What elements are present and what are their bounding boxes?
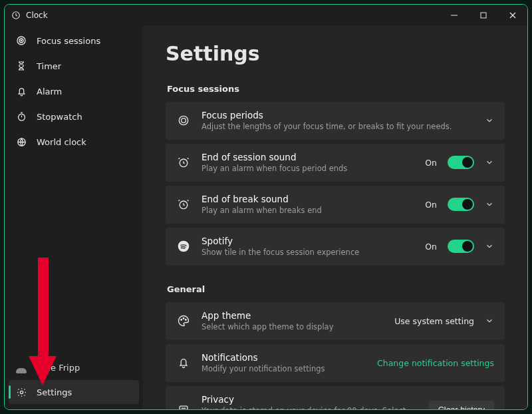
sidebar-item-label: World clock	[37, 137, 86, 147]
row-subtitle: Select which app theme to display	[201, 322, 384, 332]
section-focus-sessions: Focus sessions Focus periods Adjust the …	[166, 84, 505, 266]
page-title: Settings	[166, 42, 505, 65]
svg-point-17	[183, 318, 184, 319]
maximize-button[interactable]	[469, 5, 498, 26]
row-focus-periods[interactable]: Focus periods Adjust the lengths of your…	[166, 102, 505, 140]
sidebar: Focus sessions Timer Alarm Stopwatch Wor…	[5, 26, 143, 409]
toggle-state: On	[425, 200, 437, 210]
target-icon	[15, 35, 27, 47]
chevron-down-icon[interactable]	[485, 158, 494, 167]
spotify-toggle[interactable]	[448, 240, 474, 253]
sidebar-item-label: Timer	[37, 61, 61, 71]
app-window: Clock Focus sessions Timer Alarm	[4, 4, 528, 410]
section-heading: Focus sessions	[167, 84, 505, 94]
row-end-session-sound: End of session sound Play an alarm when …	[166, 144, 505, 182]
sidebar-item-timer[interactable]: Timer	[9, 54, 139, 78]
change-notification-settings-link[interactable]: Change notification settings	[377, 358, 494, 368]
svg-point-11	[179, 116, 188, 125]
chevron-down-icon[interactable]	[485, 200, 494, 209]
row-title: End of break sound	[201, 194, 414, 204]
main-content: Settings Focus sessions Focus periods Ad…	[143, 26, 527, 409]
row-app-theme[interactable]: App theme Select which app theme to disp…	[166, 302, 505, 340]
row-subtitle: Adjust the lengths of your focus time, o…	[201, 122, 474, 132]
svg-rect-19	[180, 406, 188, 409]
svg-point-12	[182, 118, 186, 123]
row-end-break-sound: End of break sound Play an alarm when br…	[166, 186, 505, 224]
row-notifications: Notifications Modify your notification s…	[166, 344, 505, 382]
sidebar-item-label: Alarm	[37, 87, 62, 97]
row-title: Focus periods	[201, 110, 474, 120]
window-controls	[440, 5, 527, 26]
row-spotify: Spotify Show tile in the focus session e…	[166, 228, 505, 266]
sidebar-item-label: Settings	[37, 387, 72, 397]
section-heading: General	[167, 284, 505, 294]
sidebar-item-stopwatch[interactable]: Stopwatch	[9, 104, 139, 128]
row-subtitle: Show tile in the focus session experienc…	[201, 248, 414, 258]
row-title: Privacy	[201, 394, 418, 405]
row-subtitle: Your data is stored on your device for 9…	[201, 406, 418, 409]
app-title: Clock	[26, 11, 48, 20]
sidebar-item-world-clock[interactable]: World clock	[9, 130, 139, 154]
clear-history-button[interactable]: Clear history	[429, 401, 494, 409]
sidebar-item-label: Focus sessions	[37, 36, 100, 46]
toggle-state: On	[425, 242, 437, 252]
row-subtitle: Play an alarm when focus period ends	[201, 164, 414, 174]
row-subtitle: Play an alarm when breaks end	[201, 206, 414, 216]
sidebar-item-alarm[interactable]: Alarm	[9, 79, 139, 103]
row-title: App theme	[201, 310, 384, 321]
row-title: Spotify	[201, 236, 414, 246]
svg-point-7	[21, 40, 22, 41]
row-title: Notifications	[201, 352, 366, 363]
sidebar-item-focus-sessions[interactable]: Focus sessions	[9, 29, 139, 53]
svg-rect-2	[481, 13, 486, 18]
end-break-sound-toggle[interactable]	[448, 198, 474, 211]
svg-point-18	[186, 319, 187, 321]
theme-value: Use system setting	[394, 316, 474, 326]
bell-icon	[15, 85, 27, 97]
stopwatch-icon	[15, 110, 27, 122]
data-icon	[176, 403, 191, 409]
minimize-button[interactable]	[440, 5, 469, 26]
bell-icon	[176, 355, 191, 370]
titlebar: Clock	[5, 5, 527, 26]
chevron-down-icon	[485, 116, 494, 125]
clock-app-icon	[11, 11, 21, 20]
row-title: End of session sound	[201, 152, 414, 162]
globe-icon	[15, 136, 27, 148]
spotify-icon	[176, 239, 191, 254]
svg-point-8	[18, 114, 25, 120]
palette-icon	[176, 313, 191, 328]
close-button[interactable]	[498, 5, 527, 26]
row-subtitle: Modify your notification settings	[201, 364, 366, 374]
focus-periods-icon	[176, 113, 191, 128]
user-account-row[interactable]: Ollie Fripp	[5, 355, 143, 380]
toggle-state: On	[425, 158, 437, 168]
chevron-down-icon	[485, 316, 494, 325]
svg-point-16	[181, 319, 182, 321]
sidebar-item-label: Stopwatch	[37, 112, 82, 122]
alarm-clock-icon	[176, 155, 191, 170]
svg-point-10	[20, 391, 23, 393]
avatar	[14, 360, 29, 375]
user-name: Ollie Fripp	[37, 363, 80, 373]
alarm-clock-icon	[176, 197, 191, 212]
hourglass-icon	[15, 60, 27, 72]
chevron-down-icon[interactable]	[485, 242, 494, 251]
sidebar-item-settings[interactable]: Settings	[9, 380, 139, 404]
row-privacy: Privacy Your data is stored on your devi…	[166, 386, 505, 409]
end-session-sound-toggle[interactable]	[448, 156, 474, 169]
gear-icon	[15, 386, 27, 398]
section-general: General App theme Select which app theme…	[166, 284, 505, 409]
